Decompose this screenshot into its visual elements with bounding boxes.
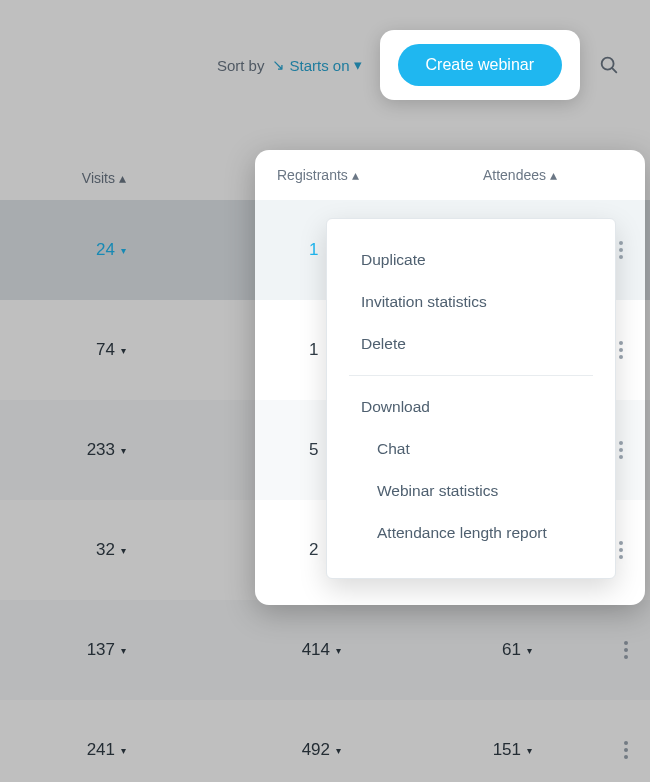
cell-attendees[interactable]: 151▾ <box>365 740 602 760</box>
row-menu-button[interactable] <box>614 738 638 762</box>
chevron-down-icon: ▾ <box>527 645 532 656</box>
chevron-down-icon: ▾ <box>121 445 126 456</box>
cell-visits[interactable]: 24▾ <box>0 240 150 260</box>
cell-registrants[interactable]: 414▾ <box>150 640 365 660</box>
column-header-registrants[interactable]: Registrants▴ <box>255 167 365 183</box>
search-icon[interactable] <box>598 54 620 76</box>
chevron-down-icon: ▾ <box>527 745 532 756</box>
toolbar: Sort by ↘ Starts on ▾ Create webinar <box>0 0 650 130</box>
menu-item-invitation-statistics[interactable]: Invitation statistics <box>327 281 615 323</box>
menu-item-download-webinar-statistics[interactable]: Webinar statistics <box>327 470 615 512</box>
sort-asc-icon: ▴ <box>352 167 359 183</box>
chevron-down-icon: ▾ <box>121 645 126 656</box>
chevron-down-icon: ▾ <box>121 345 126 356</box>
table-row[interactable]: 241▾ 492▾ 151▾ <box>0 700 650 782</box>
cell-visits[interactable]: 137▾ <box>0 640 150 660</box>
menu-heading-download: Download <box>327 386 615 428</box>
column-header-visits-label: Visits <box>82 170 115 186</box>
menu-item-download-chat[interactable]: Chat <box>327 428 615 470</box>
menu-item-delete[interactable]: Delete <box>327 323 615 365</box>
sort-direction-icon: ↘ <box>272 56 285 74</box>
menu-item-download-attendance-report[interactable]: Attendance length report <box>327 512 615 554</box>
svg-line-1 <box>612 68 616 72</box>
cell-registrants[interactable]: 492▾ <box>150 740 365 760</box>
sort-by-label: Sort by <box>217 57 265 74</box>
sort-asc-icon: ▴ <box>550 167 557 183</box>
chevron-down-icon: ▾ <box>336 745 341 756</box>
cell-visits[interactable]: 241▾ <box>0 740 150 760</box>
menu-item-duplicate[interactable]: Duplicate <box>327 239 615 281</box>
menu-divider <box>349 375 593 376</box>
chevron-down-icon: ▾ <box>121 545 126 556</box>
sort-by-value: ↘ Starts on ▾ <box>272 56 361 74</box>
cell-visits[interactable]: 32▾ <box>0 540 150 560</box>
chevron-down-icon: ▾ <box>121 245 126 256</box>
chevron-down-icon: ▾ <box>354 56 362 74</box>
cell-attendees[interactable]: 61▾ <box>365 640 602 660</box>
spotlight-column-headers: Registrants▴ Attendees▴ <box>255 150 645 200</box>
sort-by-value-text: Starts on <box>289 57 349 74</box>
table-row[interactable]: 137▾ 414▾ 61▾ <box>0 600 650 700</box>
column-header-visits[interactable]: Visits▴ <box>0 170 150 186</box>
chevron-down-icon: ▾ <box>121 745 126 756</box>
column-header-attendees[interactable]: Attendees▴ <box>365 167 645 183</box>
chevron-down-icon: ▾ <box>336 645 341 656</box>
row-actions-menu: Duplicate Invitation statistics Delete D… <box>326 218 616 579</box>
cell-visits[interactable]: 233▾ <box>0 440 150 460</box>
cell-visits[interactable]: 74▾ <box>0 340 150 360</box>
row-menu-button[interactable] <box>614 638 638 662</box>
sort-by-control[interactable]: Sort by ↘ Starts on ▾ <box>217 56 362 74</box>
create-webinar-button[interactable]: Create webinar <box>398 44 563 86</box>
sort-asc-icon: ▴ <box>119 170 126 186</box>
create-webinar-highlight: Create webinar <box>380 30 581 100</box>
